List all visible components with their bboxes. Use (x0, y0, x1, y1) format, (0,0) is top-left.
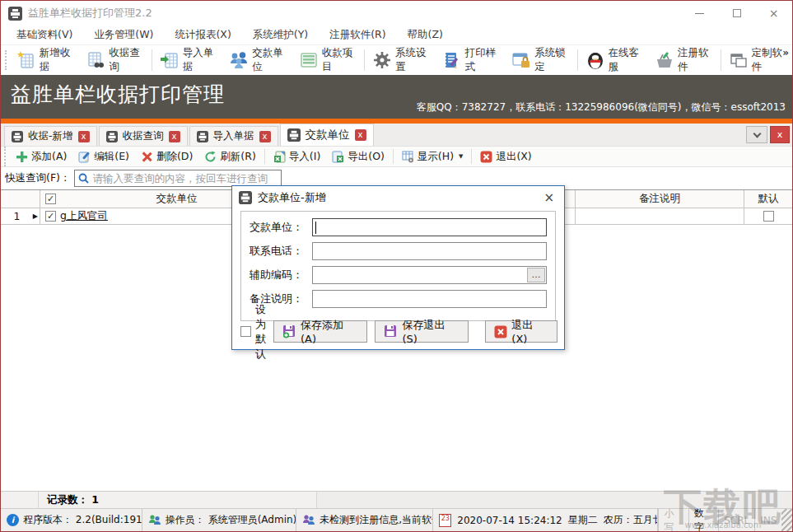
payer-unit-name: g上风官司 (60, 209, 108, 223)
tab-list-dropdown-button[interactable] (746, 126, 767, 143)
printer-icon (287, 128, 301, 142)
menu-business[interactable]: 业务管理(W) (83, 26, 164, 44)
menu-help[interactable]: 帮助(Z) (397, 26, 454, 44)
dialog-exit-button[interactable]: 退出(X) (485, 320, 557, 343)
record-count: 记录数： 1 (39, 492, 317, 508)
close-icon: × (769, 7, 779, 20)
toolbar-register-software[interactable]: 注册软件 (649, 44, 719, 77)
default-cell[interactable] (744, 208, 792, 224)
toolbar-payer-unit[interactable]: 交款单位 (223, 44, 293, 77)
payer-unit-new-dialog: 交款单位-新增 × 交款单位： 联系电话： 辅助编码： … 备注说明： (231, 185, 565, 350)
note-cell[interactable] (576, 208, 744, 224)
toolbar-online-service[interactable]: 在线客服 (580, 44, 650, 77)
status-register: 未检测到注册信息,当前软件为 (296, 509, 433, 531)
tab-close-icon[interactable]: x (78, 131, 90, 142)
save-add-button[interactable]: 保存添加(A) (273, 320, 367, 343)
payer-unit-label: 交款单位： (250, 220, 312, 235)
phone-label: 联系电话： (250, 244, 312, 259)
tabbar-close-button[interactable]: x (770, 126, 790, 143)
set-default-option[interactable]: 设为默认 (240, 302, 266, 362)
menu-basic-data[interactable]: 基础资料(V) (6, 26, 83, 44)
toolbar-new-receipt[interactable]: 新增收据 (11, 44, 81, 77)
select-all-checkbox[interactable]: ✓ (45, 194, 56, 204)
excel-import-icon (273, 151, 286, 163)
save-exit-label: 保存退出(S) (402, 318, 459, 345)
window-title: 益胜单栏收据打印管理2.2 (28, 6, 681, 21)
toolbar-label: 新增收据 (40, 46, 75, 74)
aux-code-input[interactable]: … (312, 266, 547, 284)
exit-button[interactable]: 退出(X) (474, 147, 537, 166)
import-button[interactable]: 导入(I) (268, 147, 326, 166)
toolbar-print-style[interactable]: 打印样式 (436, 44, 506, 77)
close-button[interactable]: × (755, 2, 792, 26)
excel-export-icon (332, 151, 344, 163)
banner-contact: 客服QQ：7382727，联系电话：13225986096(微信同号)，微信号：… (417, 100, 786, 114)
export-button[interactable]: 导出(O) (326, 147, 390, 166)
set-default-label: 设为默认 (255, 302, 266, 362)
note-input[interactable] (312, 290, 547, 308)
import-receipt-icon (160, 50, 180, 70)
resize-grip[interactable] (781, 509, 792, 531)
tab-receipt-new[interactable]: 收据-新增 x (4, 126, 97, 146)
browse-button[interactable]: … (527, 268, 545, 282)
title-bar: 益胜单栏收据打印管理2.2 × (1, 1, 792, 26)
version-text: 程序版本： 2.2(Build:1915) (23, 513, 142, 527)
calendar-icon: 23 (439, 514, 451, 527)
default-checkbox[interactable] (763, 211, 774, 222)
menu-reports[interactable]: 统计报表(X) (164, 26, 241, 44)
action-label: 刷新(R) (220, 150, 255, 164)
text-caret (315, 222, 316, 234)
toolbar-label: 定制软件 (752, 46, 787, 74)
toolbar-receipt-items[interactable]: 收款项目 (293, 44, 363, 77)
toolbar-separator (721, 49, 721, 71)
save-add-label: 保存添加(A) (301, 318, 358, 345)
tab-label: 交款单位 (306, 128, 350, 142)
toolbar-system-lock[interactable]: 系统锁定 (506, 44, 576, 77)
toolbar-receipt-query[interactable]: 收据查询 (80, 44, 150, 77)
action-label: 导入(I) (289, 150, 320, 164)
tab-import-receipt[interactable]: 导入单据 x (189, 126, 278, 146)
display-button[interactable]: 显示(H) ▼ (396, 147, 469, 166)
edit-button[interactable]: 编辑(E) (72, 147, 135, 166)
refresh-button[interactable]: 刷新(R) (198, 147, 261, 166)
header-default[interactable]: 默认 (744, 190, 792, 208)
toolbar-import-receipt[interactable]: 导入单据 (154, 44, 224, 77)
phone-input[interactable] (312, 242, 547, 260)
exit-icon (480, 151, 492, 163)
toolbar-label: 注册软件 (678, 46, 713, 74)
toolbar-grip (5, 50, 9, 70)
search-box[interactable] (74, 170, 282, 187)
insert-indicator: INS (754, 509, 781, 531)
save-exit-icon (384, 324, 398, 338)
printer-app-icon (8, 7, 22, 21)
add-button[interactable]: 添加(A) (10, 147, 72, 166)
tab-payer-unit[interactable]: 交款单位 x (280, 124, 374, 146)
tab-close-icon[interactable]: x (355, 129, 366, 141)
dialog-title-bar: 交款单位-新增 × (232, 186, 564, 209)
tab-close-icon[interactable]: x (259, 131, 271, 142)
payer-unit-input[interactable] (312, 218, 547, 236)
save-exit-button[interactable]: 保存退出(S) (375, 320, 469, 343)
search-input[interactable] (92, 172, 278, 184)
lunar-text: 农历：五月廿四 (604, 513, 659, 527)
row-checkbox[interactable]: ✓ (45, 211, 56, 222)
dialog-close-icon[interactable]: × (540, 190, 557, 205)
tab-close-icon[interactable]: x (169, 131, 180, 142)
maximize-button[interactable] (718, 2, 755, 26)
action-label: 添加(A) (31, 150, 67, 164)
set-default-checkbox[interactable] (240, 326, 251, 337)
toolbar-label: 收款项目 (322, 46, 357, 74)
toolbar-label: 收据查询 (109, 46, 144, 74)
status-operator: 操作员： 系统管理员(Admin) (142, 509, 296, 531)
header-note[interactable]: 备注说明 (576, 190, 744, 208)
toolbar-system-settings[interactable]: 系统设置 (366, 44, 436, 77)
maximize-icon (733, 9, 741, 17)
menu-maintenance[interactable]: 系统维护(Y) (242, 26, 319, 44)
status-version: i 程序版本： 2.2(Build:1915) (1, 509, 142, 531)
tab-receipt-query[interactable]: 收据查询 x (99, 126, 188, 146)
minimize-button[interactable] (681, 2, 718, 26)
delete-button[interactable]: 删除(D) (135, 147, 198, 166)
toolbar-overflow-chevron[interactable]: » (782, 47, 789, 58)
record-bar-corner (1, 492, 39, 508)
menu-register[interactable]: 注册软件(R) (319, 26, 396, 44)
